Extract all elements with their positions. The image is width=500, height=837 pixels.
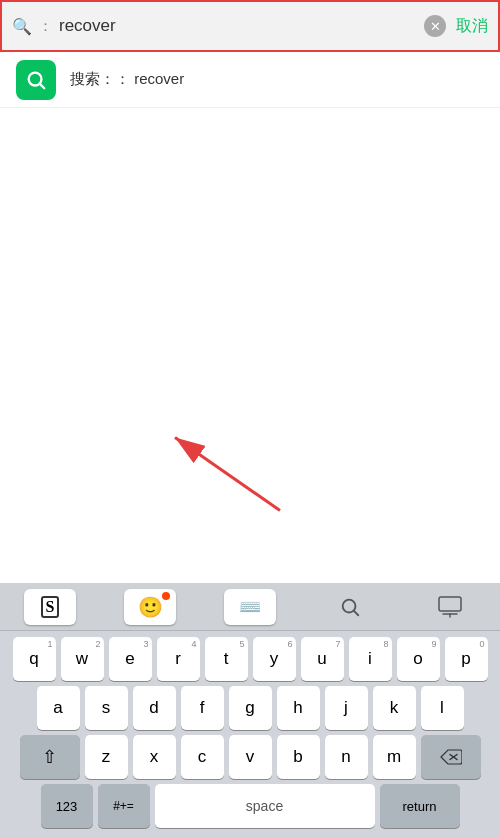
svg-line-3 — [40, 84, 44, 88]
keyboard-search-button[interactable] — [324, 589, 376, 625]
key-return[interactable]: return — [380, 784, 460, 828]
key-r[interactable]: 4r — [157, 637, 200, 681]
colon-separator: ： — [38, 17, 53, 36]
hide-keyboard-button[interactable] — [424, 589, 476, 625]
key-b[interactable]: b — [277, 735, 320, 779]
key-g[interactable]: g — [229, 686, 272, 730]
key-j[interactable]: j — [325, 686, 368, 730]
key-u[interactable]: 7u — [301, 637, 344, 681]
emoji-button[interactable]: 🙂 — [124, 589, 176, 625]
key-m[interactable]: m — [373, 735, 416, 779]
keyboard-toolbar: S 🙂 ⌨️ — [0, 583, 500, 631]
content-area — [0, 108, 500, 438]
key-e[interactable]: 3e — [109, 637, 152, 681]
key-c[interactable]: c — [181, 735, 224, 779]
key-o[interactable]: 9o — [397, 637, 440, 681]
key-symbols[interactable]: #+= — [98, 784, 150, 828]
key-q[interactable]: 1q — [13, 637, 56, 681]
key-row-4: 123 #+= space return — [4, 784, 496, 828]
key-row-3: ⇧ z x c v b n m — [4, 735, 496, 779]
notification-dot — [162, 592, 170, 600]
key-numbers[interactable]: 123 — [41, 784, 93, 828]
sogou-button[interactable]: S — [24, 589, 76, 625]
clear-button[interactable]: ✕ — [424, 15, 446, 37]
search-input[interactable] — [59, 16, 424, 36]
search-bar[interactable]: 🔍 ： ✕ 取消 — [0, 0, 500, 52]
search-icon: 🔍 — [12, 17, 32, 36]
keyboard: S 🙂 ⌨️ 1q — [0, 583, 500, 837]
svg-line-5 — [354, 610, 359, 615]
key-d[interactable]: d — [133, 686, 176, 730]
key-k[interactable]: k — [373, 686, 416, 730]
key-s[interactable]: s — [85, 686, 128, 730]
key-row-1: 1q 2w 3e 4r 5t 6y 7u 8i 9o 0p — [4, 637, 496, 681]
suggestion-search-icon — [16, 60, 56, 100]
svg-rect-6 — [439, 597, 461, 611]
key-v[interactable]: v — [229, 735, 272, 779]
key-w[interactable]: 2w — [61, 637, 104, 681]
key-delete[interactable] — [421, 735, 481, 779]
key-y[interactable]: 6y — [253, 637, 296, 681]
suggestion-item[interactable]: 搜索：： recover — [0, 52, 500, 108]
key-h[interactable]: h — [277, 686, 320, 730]
key-p[interactable]: 0p — [445, 637, 488, 681]
key-row-2: a s d f g h j k l — [4, 686, 496, 730]
key-n[interactable]: n — [325, 735, 368, 779]
key-a[interactable]: a — [37, 686, 80, 730]
key-i[interactable]: 8i — [349, 637, 392, 681]
cancel-button[interactable]: 取消 — [456, 16, 488, 37]
key-x[interactable]: x — [133, 735, 176, 779]
suggestion-text: 搜索：： recover — [70, 70, 184, 89]
key-rows: 1q 2w 3e 4r 5t 6y 7u 8i 9o 0p a s d f g … — [0, 631, 500, 837]
key-shift[interactable]: ⇧ — [20, 735, 80, 779]
key-f[interactable]: f — [181, 686, 224, 730]
keyboard-switch-button[interactable]: ⌨️ — [224, 589, 276, 625]
key-t[interactable]: 5t — [205, 637, 248, 681]
svg-line-1 — [175, 438, 280, 511]
key-z[interactable]: z — [85, 735, 128, 779]
key-l[interactable]: l — [421, 686, 464, 730]
key-space[interactable]: space — [155, 784, 375, 828]
